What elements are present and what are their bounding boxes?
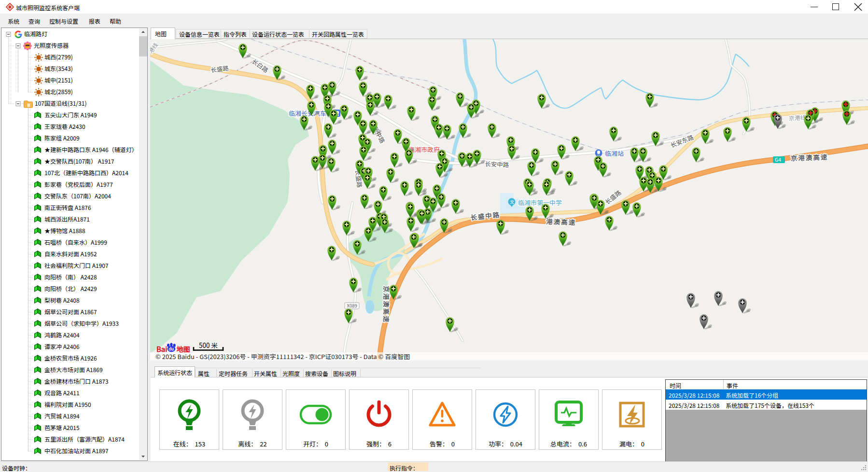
svg-text:500 米: 500 米: [199, 340, 218, 350]
svg-text:五里派出所（富源汽配）A1874: 五里派出所（富源汽配）A1874: [44, 435, 125, 443]
svg-text:南正街转盘 A1876: 南正街转盘 A1876: [44, 203, 91, 211]
svg-text:G4: G4: [775, 156, 781, 163]
svg-text:★建新中路路口东 A1946（辅道灯）: ★建新中路路口东 A1946（辅道灯）: [44, 145, 138, 153]
svg-text:X089: X089: [347, 302, 357, 309]
svg-text:文: 文: [510, 199, 514, 205]
svg-text:中石化加油站对面 A1897: 中石化加油站对面 A1897: [44, 446, 109, 455]
svg-text:临湘路灯: 临湘路灯: [24, 29, 47, 38]
svg-text:梨树巷 A2408: 梨树巷 A2408: [44, 296, 80, 304]
svg-text:du: du: [168, 346, 174, 352]
svg-text:城东(3543): 城东(3543): [44, 64, 73, 72]
svg-text:京港澳高速: 京港澳高速: [790, 152, 828, 163]
svg-text:107北（建新中路路口西）A2014: 107北（建新中路路口西）A2014: [44, 168, 128, 177]
svg-text:谭家冲 A2406: 谭家冲 A2406: [44, 342, 80, 350]
svg-text:京港线: 京港线: [788, 113, 806, 122]
svg-text:光照度传感器: 光照度传感器: [34, 41, 69, 49]
svg-text:金桥大市场对面 A1869: 金桥大市场对面 A1869: [44, 365, 103, 374]
svg-text:★博物馆 A1888: ★博物馆 A1888: [44, 226, 85, 235]
svg-text:烟草公司（求知中学）A1933: 烟草公司（求知中学）A1933: [44, 319, 119, 327]
svg-text:社会福利院大门口 A1907: 社会福利院大门口 A1907: [44, 261, 109, 269]
svg-text:107国道沿线(31/31): 107国道沿线(31/31): [35, 99, 86, 107]
svg-text:长安中路: 长安中路: [485, 159, 509, 169]
svg-text:金桥建材市场门口 A1873: 金桥建材市场门口 A1873: [44, 377, 109, 385]
svg-text:城西派出所A1871: 城西派出所A1871: [44, 215, 90, 223]
svg-text:向阳桥（北） A2429: 向阳桥（北） A2429: [44, 284, 97, 292]
svg-text:城北(2859): 城北(2859): [44, 87, 73, 96]
svg-text:王家珑巷 A2430: 王家珑巷 A2430: [44, 122, 85, 130]
svg-text:汽贸城 A1894: 汽贸城 A1894: [44, 412, 80, 420]
svg-text:烟草公司对面 A1867: 烟草公司对面 A1867: [44, 307, 97, 316]
svg-text:鸿鹤路 A2404: 鸿鹤路 A2404: [44, 331, 80, 339]
svg-text:陈家组 A2009: 陈家组 A2009: [44, 134, 80, 142]
svg-text:向阳桥（南） A2428: 向阳桥（南） A2428: [44, 273, 97, 281]
svg-text:福利院对面 A1950: 福利院对面 A1950: [44, 400, 91, 408]
svg-text:临湘站: 临湘站: [605, 149, 624, 158]
svg-text:交警队东（107南）A2004: 交警队东（107南）A2004: [44, 192, 111, 200]
svg-text:城西(2799): 城西(2799): [44, 53, 73, 61]
svg-text:港澳高速: 港澳高速: [546, 216, 576, 227]
svg-text:芭茅塘 A2015: 芭茅塘 A2015: [44, 423, 80, 431]
svg-text:五尖山大门东 A1949: 五尖山大门东 A1949: [44, 111, 97, 119]
svg-text:城中(2151): 城中(2151): [44, 76, 73, 84]
svg-text:★交警队西(107南） A1917: ★交警队西(107南） A1917: [44, 157, 114, 165]
svg-text:© 2025 Baidu - GS(2023)3206号 -: © 2025 Baidu - GS(2023)3206号 - 甲测资字11111…: [155, 352, 410, 361]
svg-text:金桥农贸市场 A1926: 金桥农贸市场 A1926: [44, 354, 97, 362]
svg-text:观音路 A2411: 观音路 A2411: [44, 389, 80, 397]
svg-text:自来水斜对面 A1952: 自来水斜对面 A1952: [44, 250, 97, 258]
svg-text:临湘市第一中学: 临湘市第一中学: [518, 198, 562, 207]
svg-text:彭家巷（党校后面）A1977: 彭家巷（党校后面）A1977: [44, 180, 113, 188]
svg-text:石咀桥（自来水）A1999: 石咀桥（自来水）A1999: [44, 238, 107, 246]
